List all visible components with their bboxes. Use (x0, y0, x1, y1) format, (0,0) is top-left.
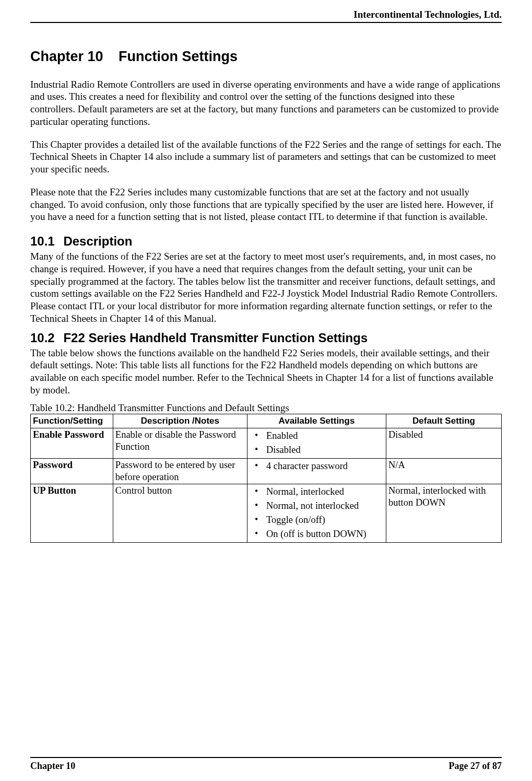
section-number: 10.1 (30, 234, 55, 248)
chapter-heading: Chapter 10 Function Settings (30, 48, 502, 66)
table-header-row: Function/Setting Description /Notes Avai… (31, 414, 502, 428)
list-item: Enabled (250, 429, 384, 442)
table-caption: Table 10.2: Handheld Transmitter Functio… (30, 402, 502, 414)
intro-paragraph-3: Please note that the F22 Series includes… (30, 186, 502, 223)
cell-default: N/A (386, 458, 501, 484)
intro-paragraph-1: Industrial Radio Remote Controllers are … (30, 78, 502, 128)
cell-default: Disabled (386, 428, 501, 458)
list-item: Normal, not interlocked (250, 499, 384, 512)
list-item: On (off is button DOWN) (250, 528, 384, 540)
cell-description: Enable or disable the Password Function (113, 428, 247, 458)
section-10-1-body: Many of the functions of the F22 Series … (30, 250, 502, 325)
section-10-2-heading: 10.2 F22 Series Handheld Transmitter Fun… (30, 330, 502, 346)
footer-chapter: Chapter 10 (30, 760, 75, 772)
section-title: F22 Series Handheld Transmitter Function… (63, 331, 368, 345)
list-item: 4 character password (250, 460, 384, 472)
intro-paragraph-2: This Chapter provides a detailed list of… (30, 138, 502, 176)
chapter-number: Chapter 10 (30, 49, 103, 64)
col-header-default: Default Setting (386, 414, 501, 428)
cell-description: Password to be entered by user before op… (113, 458, 247, 484)
section-10-2-body: The table below shows the functions avai… (30, 347, 502, 397)
col-header-function: Function/Setting (31, 414, 113, 428)
col-header-description: Description /Notes (113, 414, 247, 428)
section-title: Description (63, 234, 132, 248)
table-row: Enable Password Enable or disable the Pa… (31, 428, 502, 458)
cell-available: 4 character password (247, 458, 386, 484)
chapter-title: Function Settings (119, 49, 238, 64)
list-item: Disabled (250, 444, 384, 456)
cell-available: Enabled Disabled (247, 428, 386, 458)
section-number: 10.2 (30, 331, 55, 345)
footer-page-number: Page 27 of 87 (449, 760, 502, 772)
section-10-1-heading: 10.1 Description (30, 234, 502, 249)
cell-available: Normal, interlocked Normal, not interloc… (247, 484, 386, 542)
table-row: UP Button Control button Normal, interlo… (31, 484, 502, 542)
cell-function: UP Button (31, 484, 113, 542)
cell-default: Normal, interlocked with button DOWN (386, 484, 501, 542)
header-company: Intercontinental Technologies, Ltd. (30, 6, 502, 23)
list-item: Normal, interlocked (250, 485, 384, 498)
functions-table: Function/Setting Description /Notes Avai… (30, 414, 502, 543)
cell-function: Password (31, 458, 113, 484)
list-item: Toggle (on/off) (250, 514, 384, 526)
cell-description: Control button (113, 484, 247, 542)
col-header-available: Available Settings (247, 414, 386, 428)
footer: Chapter 10 Page 27 of 87 (30, 757, 502, 772)
table-row: Password Password to be entered by user … (31, 458, 502, 484)
cell-function: Enable Password (31, 428, 113, 458)
